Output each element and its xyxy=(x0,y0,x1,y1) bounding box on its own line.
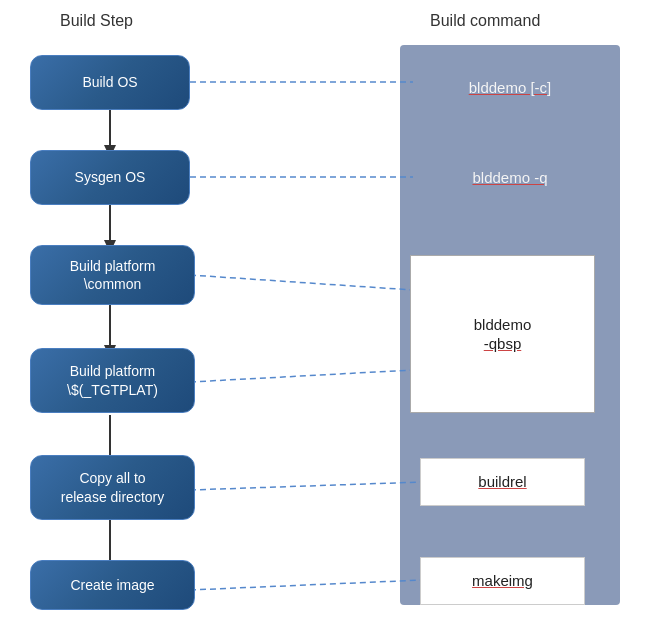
svg-line-13 xyxy=(190,370,413,382)
step-build-tgtplat: Build platform\$(_TGTPLAT) xyxy=(30,348,195,413)
header-build-step: Build Step xyxy=(60,12,133,30)
cmd-buildrel: buildrel xyxy=(420,458,585,506)
cmd-blddemo-c: blddemo [-c] xyxy=(415,65,605,110)
header-build-command: Build command xyxy=(430,12,540,30)
cmd-blddemo-qbsp: blddemo -qbsp xyxy=(410,255,595,413)
cmd-blddemo-qbsp-line2: -qbsp xyxy=(484,334,522,354)
step-create-image: Create image xyxy=(30,560,195,610)
step-build-common: Build platform\common xyxy=(30,245,195,305)
diagram-container: Build Step Build command xyxy=(0,0,657,632)
cmd-blddemo-qbsp-line1: blddemo xyxy=(474,315,532,335)
step-copy-release: Copy all torelease directory xyxy=(30,455,195,520)
step-build-os: Build OS xyxy=(30,55,190,110)
step-sysgen-os: Sysgen OS xyxy=(30,150,190,205)
svg-line-12 xyxy=(190,275,413,290)
svg-line-14 xyxy=(190,482,423,490)
cmd-makeimg: makeimg xyxy=(420,557,585,605)
svg-line-15 xyxy=(190,580,423,590)
cmd-blddemo-q: blddemo -q xyxy=(415,158,605,198)
